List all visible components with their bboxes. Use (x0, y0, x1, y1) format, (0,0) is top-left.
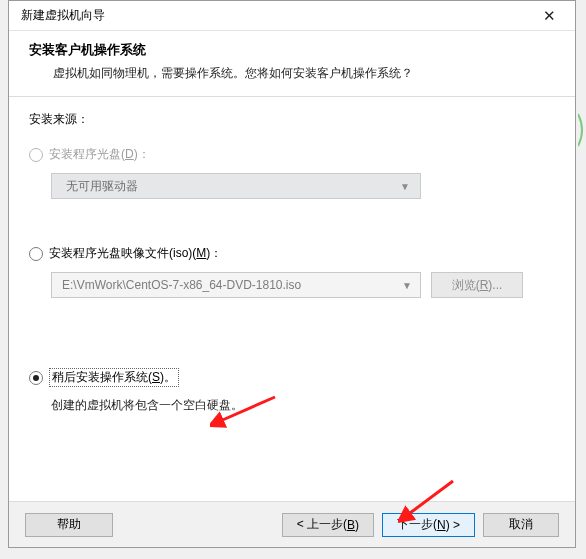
radio-icon (29, 247, 43, 261)
radio-install-later[interactable]: 稍后安装操作系统(S)。 (29, 368, 555, 387)
wizard-footer: 帮助 < 上一步(B) 下一步(N) > 取消 (9, 501, 575, 547)
wizard-window: 新建虚拟机向导 ✕ 安装客户机操作系统 虚拟机如同物理机，需要操作系统。您将如何… (8, 0, 576, 548)
next-button[interactable]: 下一步(N) > (382, 513, 475, 537)
help-button[interactable]: 帮助 (25, 513, 113, 537)
cancel-button[interactable]: 取消 (483, 513, 559, 537)
radio-label: 安装程序光盘映像文件(iso)(M)： (49, 245, 222, 262)
wizard-header: 安装客户机操作系统 虚拟机如同物理机，需要操作系统。您将如何安装客户机操作系统？ (9, 31, 575, 97)
radio-label: 稍后安装操作系统(S)。 (49, 368, 179, 387)
radio-label: 安装程序光盘(D)： (49, 146, 150, 163)
chevron-down-icon: ▼ (402, 280, 412, 291)
back-button[interactable]: < 上一步(B) (282, 513, 374, 537)
titlebar: 新建虚拟机向导 ✕ (9, 1, 575, 31)
close-icon: ✕ (543, 7, 556, 25)
iso-path-value: E:\VmWork\CentOS-7-x86_64-DVD-1810.iso (62, 278, 301, 292)
radio-icon (29, 371, 43, 385)
option-installer-disc: 安装程序光盘(D)： 无可用驱动器 ▼ (29, 146, 555, 199)
install-later-hint: 创建的虚拟机将包含一个空白硬盘。 (51, 397, 555, 414)
side-decoration (578, 110, 586, 150)
iso-row: E:\VmWork\CentOS-7-x86_64-DVD-1810.iso ▼… (51, 272, 555, 298)
drive-dropdown: 无可用驱动器 ▼ (51, 173, 421, 199)
option-iso-file: 安装程序光盘映像文件(iso)(M)： E:\VmWork\CentOS-7-x… (29, 245, 555, 298)
browse-button: 浏览(R)... (431, 272, 523, 298)
window-title: 新建虚拟机向导 (21, 7, 105, 24)
close-button[interactable]: ✕ (529, 2, 569, 30)
radio-installer-disc: 安装程序光盘(D)： (29, 146, 555, 163)
wizard-body: 安装来源： 安装程序光盘(D)： 无可用驱动器 ▼ 安装程序光盘映像文件(iso… (9, 97, 575, 432)
header-title: 安装客户机操作系统 (29, 41, 555, 59)
radio-iso-file[interactable]: 安装程序光盘映像文件(iso)(M)： (29, 245, 555, 262)
dropdown-value: 无可用驱动器 (66, 178, 138, 195)
source-label: 安装来源： (29, 111, 555, 128)
iso-path-input: E:\VmWork\CentOS-7-x86_64-DVD-1810.iso ▼ (51, 272, 421, 298)
header-subtitle: 虚拟机如同物理机，需要操作系统。您将如何安装客户机操作系统？ (29, 65, 555, 82)
chevron-down-icon: ▼ (400, 181, 410, 192)
radio-icon (29, 148, 43, 162)
option-install-later: 稍后安装操作系统(S)。 创建的虚拟机将包含一个空白硬盘。 (29, 368, 555, 414)
